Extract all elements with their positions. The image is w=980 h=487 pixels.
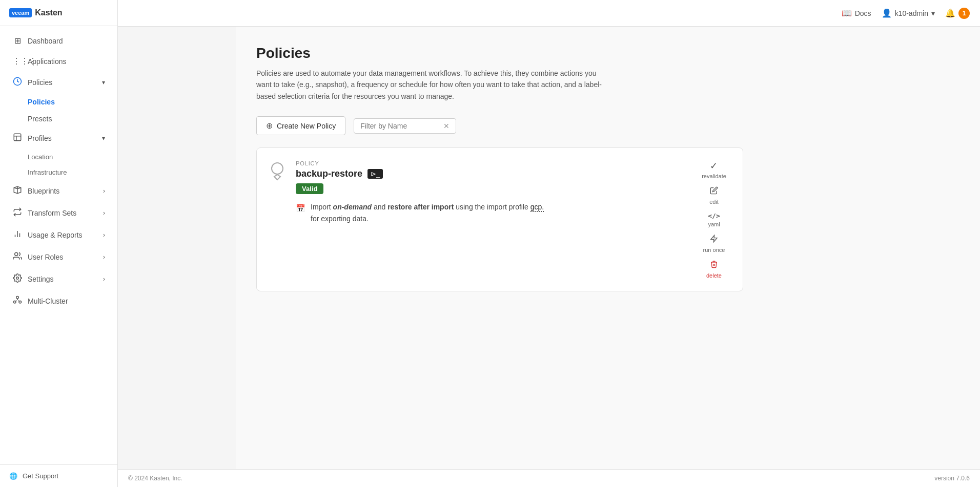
policy-detail-text: Import on-demand and restore after impor… — [311, 201, 544, 224]
sidebar-item-policies[interactable]: Policies ▾ — [3, 72, 114, 93]
chevron-right-icon: › — [103, 209, 105, 217]
sidebar-item-transform-sets[interactable]: Transform Sets › — [3, 202, 114, 224]
sidebar-sub-item-location[interactable]: Location — [3, 150, 114, 164]
sidebar-sub-item-infrastructure[interactable]: Infrastructure — [3, 165, 114, 180]
delete-action[interactable]: delete — [706, 260, 722, 279]
clear-filter-icon[interactable]: ✕ — [443, 122, 450, 130]
edit-action[interactable]: edit — [709, 186, 719, 205]
sub-item-label: Policies — [28, 98, 55, 106]
policy-terminal-icon[interactable]: ⊳_ — [368, 169, 383, 179]
run-once-action[interactable]: run once — [703, 235, 725, 253]
svg-point-7 — [15, 252, 18, 256]
sidebar-nav: ⊞ Dashboard ⋮⋮⋮ Applications Policies ▾ … — [0, 26, 117, 464]
sidebar-item-label: Usage & Reports — [28, 231, 83, 239]
svg-point-11 — [14, 301, 16, 304]
page-description: Policies are used to automate your data … — [256, 68, 605, 102]
sub-item-label: Location — [28, 153, 53, 161]
yaml-label: yaml — [708, 221, 720, 227]
create-button-label: Create New Policy — [277, 122, 336, 130]
docs-link[interactable]: 📖 Docs — [842, 8, 871, 18]
svg-point-8 — [16, 277, 19, 280]
policy-valid-badge: Valid — [296, 183, 323, 194]
get-support-link[interactable]: 🌐 Get Support — [0, 464, 117, 487]
sidebar-item-dashboard[interactable]: ⊞ Dashboard — [3, 31, 114, 51]
svg-point-15 — [272, 163, 283, 174]
logo-text: Kasten — [35, 8, 62, 17]
chevron-right-icon: › — [103, 253, 105, 261]
svg-line-13 — [16, 301, 17, 302]
logo-box: veeam — [9, 8, 32, 17]
svg-point-9 — [16, 297, 19, 299]
plus-icon: ⊕ — [266, 121, 273, 131]
policy-detail: 📅 Import on-demand and restore after imp… — [296, 201, 687, 224]
policy-label: POLICY — [296, 160, 687, 166]
sidebar-item-label: Applications — [28, 57, 67, 66]
version: version 7.0.6 — [934, 475, 970, 482]
user-menu[interactable]: 👤 k10-admin ▾ — [882, 8, 935, 18]
docs-label: Docs — [855, 9, 871, 17]
sidebar-item-label: Multi-Cluster — [28, 297, 68, 305]
sidebar-item-label: Transform Sets — [28, 209, 76, 217]
dashboard-icon: ⊞ — [12, 36, 23, 46]
policy-body: POLICY backup-restore ⊳_ Valid 📅 Import … — [296, 160, 687, 224]
notification-badge: 1 — [958, 8, 970, 19]
run-once-icon — [710, 235, 718, 245]
user-roles-icon — [12, 251, 23, 263]
docs-icon: 📖 — [842, 8, 852, 18]
user-label: k10-admin — [895, 9, 928, 17]
sub-item-label: Infrastructure — [28, 168, 67, 176]
notification-bell[interactable]: 🔔 1 — [945, 8, 970, 19]
run-once-label: run once — [703, 247, 725, 253]
toolbar: ⊕ Create New Policy ✕ — [256, 116, 959, 135]
policy-name: backup-restore — [296, 168, 362, 179]
sidebar-item-label: Policies — [28, 78, 52, 87]
chevron-down-icon: ▾ — [931, 9, 935, 17]
filter-by-name-input[interactable] — [360, 122, 439, 130]
topbar: 📖 Docs 👤 k10-admin ▾ 🔔 1 — [118, 0, 980, 27]
usage-reports-icon — [12, 229, 23, 241]
main-content: Policies Policies are used to automate y… — [236, 27, 980, 487]
profiles-icon — [12, 133, 23, 144]
sidebar-item-label: Profiles — [28, 134, 52, 142]
sidebar-item-usage-reports[interactable]: Usage & Reports › — [3, 224, 114, 246]
calendar-icon: 📅 — [296, 202, 305, 215]
chevron-down-icon: ▾ — [102, 135, 105, 142]
user-icon: 👤 — [882, 8, 892, 18]
chevron-down-icon: ▾ — [102, 79, 105, 86]
sidebar-item-label: Blueprints — [28, 187, 59, 195]
transform-icon — [12, 207, 23, 219]
support-icon: 🌐 — [9, 472, 17, 480]
svg-rect-1 — [14, 134, 21, 141]
sidebar-item-multi-cluster[interactable]: Multi-Cluster — [3, 290, 114, 312]
edit-icon — [710, 186, 718, 197]
sidebar-sub-item-policies[interactable]: Policies — [3, 94, 114, 110]
yaml-icon: </> — [708, 212, 720, 220]
chevron-right-icon: › — [103, 187, 105, 195]
applications-icon: ⋮⋮⋮ — [12, 56, 23, 66]
gcp-link[interactable]: gcp. — [530, 203, 544, 212]
svg-line-14 — [18, 301, 19, 302]
sidebar-item-profiles[interactable]: Profiles ▾ — [3, 128, 114, 149]
policies-icon — [12, 77, 23, 88]
logo: veeam Kasten — [0, 0, 117, 26]
support-label: Get Support — [23, 472, 58, 480]
policy-icon — [269, 162, 285, 184]
sidebar: veeam Kasten ⊞ Dashboard ⋮⋮⋮ Application… — [0, 0, 118, 487]
policy-card: POLICY backup-restore ⊳_ Valid 📅 Import … — [256, 147, 743, 291]
bell-icon: 🔔 — [945, 8, 955, 18]
yaml-action[interactable]: </> yaml — [708, 212, 720, 227]
policy-actions: ✓ revalidate edit </> yaml run once — [698, 160, 730, 279]
sidebar-item-applications[interactable]: ⋮⋮⋮ Applications — [3, 51, 114, 71]
copyright: © 2024 Kasten, Inc. — [128, 475, 182, 482]
sidebar-item-user-roles[interactable]: User Roles › — [3, 246, 114, 268]
sidebar-item-label: Dashboard — [28, 37, 63, 45]
revalidate-action[interactable]: ✓ revalidate — [702, 160, 726, 179]
sub-item-label: Presets — [28, 115, 52, 123]
sidebar-item-settings[interactable]: Settings › — [3, 268, 114, 290]
sidebar-sub-item-presets[interactable]: Presets — [3, 111, 114, 127]
sidebar-item-blueprints[interactable]: Blueprints › — [3, 180, 114, 202]
page-title: Policies — [256, 45, 959, 61]
chevron-right-icon: › — [103, 276, 105, 283]
settings-icon — [12, 273, 23, 285]
create-new-policy-button[interactable]: ⊕ Create New Policy — [256, 116, 345, 135]
